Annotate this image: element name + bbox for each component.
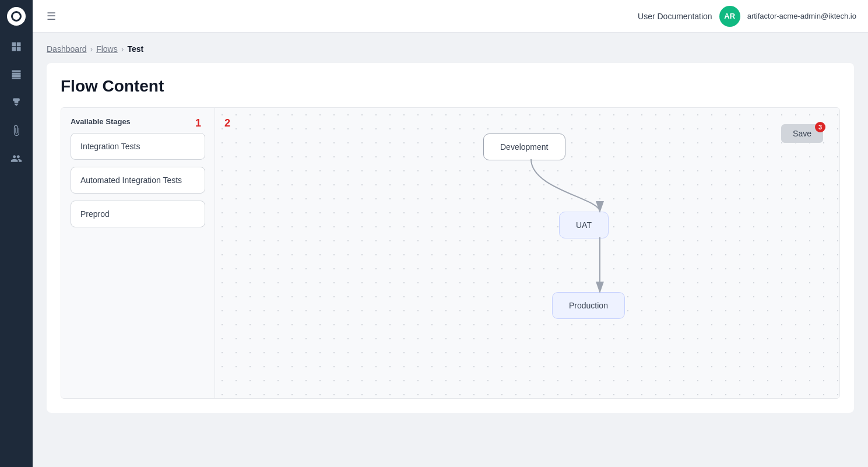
canvas-number-2: 2 (224, 117, 230, 129)
main-area: ☰ User Documentation AR artifactor-acme-… (33, 0, 868, 467)
user-documentation-link[interactable]: User Documentation (638, 12, 712, 21)
sidebar-item-dashboard[interactable] (5, 35, 28, 58)
breadcrumb-sep-2: › (121, 44, 124, 54)
user-email: artifactor-acme-admin@iktech.io (747, 12, 856, 20)
breadcrumb-dashboard[interactable]: Dashboard (47, 44, 87, 54)
stage-item-integration-tests[interactable]: Integration Tests (71, 133, 205, 160)
app-logo (7, 7, 26, 26)
hamburger-menu[interactable]: ☰ (44, 8, 58, 25)
flow-node-development[interactable]: Development (483, 134, 565, 160)
flow-canvas: 2 Development UAT Production (215, 108, 839, 398)
sidebar-item-attachments[interactable] (5, 119, 28, 142)
sidebar-item-table[interactable] (5, 63, 28, 86)
stage-item-preprod[interactable]: Preprod (71, 201, 205, 227)
avatar: AR (719, 6, 740, 27)
stages-panel: Available Stages 1 Integration Tests Aut… (61, 108, 215, 398)
flow-editor: Available Stages 1 Integration Tests Aut… (61, 107, 840, 399)
panel-number-1: 1 (195, 117, 201, 129)
stages-panel-header: Available Stages (71, 117, 205, 126)
sidebar (0, 0, 33, 467)
sidebar-item-flows[interactable] (5, 91, 28, 114)
flow-node-production[interactable]: Production (552, 292, 625, 319)
sidebar-item-team[interactable] (5, 147, 28, 170)
breadcrumb-current: Test (127, 44, 143, 54)
breadcrumb-flows[interactable]: Flows (96, 44, 118, 54)
stage-item-automated-integration-tests[interactable]: Automated Integration Tests (71, 167, 205, 194)
breadcrumb: Dashboard › Flows › Test (47, 44, 854, 54)
flow-content-card: Flow Content Available Stages 1 Integrat… (47, 63, 854, 413)
breadcrumb-sep-1: › (90, 44, 93, 54)
flow-node-uat[interactable]: UAT (559, 212, 609, 238)
topbar: ☰ User Documentation AR artifactor-acme-… (33, 0, 868, 33)
page-title: Flow Content (61, 77, 840, 96)
page-content: Dashboard › Flows › Test Flow Content Av… (33, 33, 868, 467)
save-badge: 3 (815, 122, 825, 132)
